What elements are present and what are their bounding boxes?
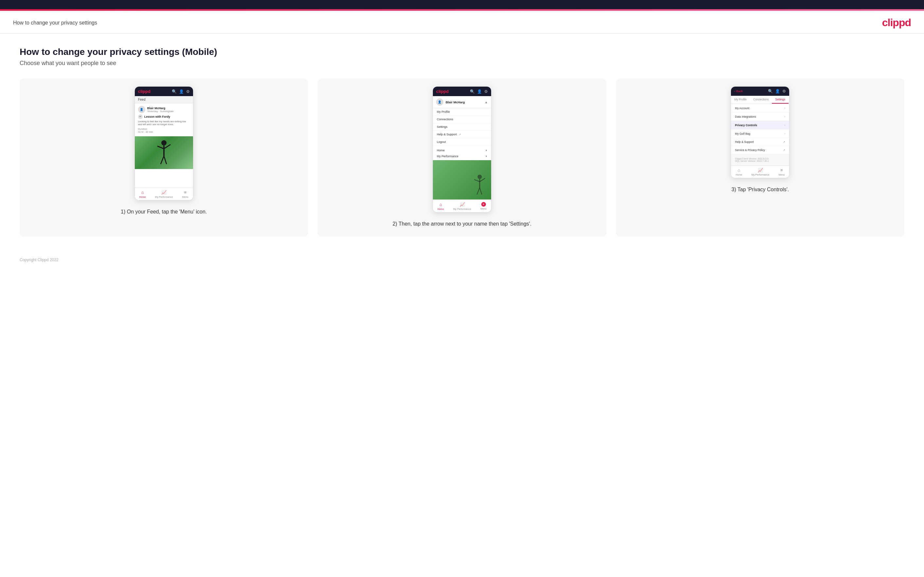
- lesson-title-row: ✏ Lesson with Fordy: [138, 114, 190, 119]
- nav3-home-label: Home: [735, 173, 742, 176]
- phone-2-icons: 🔍 👤 ⚙: [470, 89, 488, 94]
- home-icon-3: ⌂: [738, 168, 740, 172]
- menu-help-support[interactable]: Help & Support ↗: [433, 131, 491, 138]
- settings-help-support[interactable]: Help & Support ↗: [731, 138, 789, 146]
- performance-icon: 📈: [161, 190, 166, 195]
- back-button[interactable]: ‹ Back: [734, 90, 743, 93]
- top-bar: [0, 0, 924, 9]
- svg-line-11: [480, 188, 482, 195]
- menu-settings[interactable]: Settings: [433, 123, 491, 131]
- dropdown-user-row[interactable]: 👤 Blair McHarg ▲: [433, 96, 491, 108]
- nav3-performance-label: My Performance: [751, 173, 769, 176]
- copyright-text: Copyright Clippd 2022: [19, 258, 58, 262]
- menu-logout[interactable]: Logout: [433, 138, 491, 146]
- step-1-caption: 1) On your Feed, tap the 'Menu' icon.: [121, 208, 207, 216]
- settings-icon-2: ⚙: [484, 89, 488, 94]
- nav3-menu[interactable]: ≡ Menu: [779, 168, 785, 176]
- search-icon-3: 🔍: [768, 89, 773, 93]
- feed-user-info: Blair McHarg Yesterday · Sunningdale: [147, 106, 174, 113]
- external-link-icon: ↗: [459, 133, 461, 136]
- svg-line-4: [161, 156, 164, 164]
- nav2-performance-label: My Performance: [453, 208, 471, 211]
- duration: Duration 01 hr : 30 min: [138, 127, 190, 134]
- nav-menu-label: Menu: [182, 195, 189, 198]
- nav-performance-row[interactable]: My Performance ▾: [436, 153, 488, 159]
- tab-connections[interactable]: Connections: [750, 96, 772, 104]
- nav2-menu[interactable]: ✕ Menu: [480, 202, 486, 211]
- expand-icon: ▾: [486, 149, 487, 152]
- nav-home-row[interactable]: Home ▾: [436, 147, 488, 153]
- chevron-icon-3: ›: [784, 123, 785, 127]
- my-golf-bag-label: My Golf Bag: [735, 132, 750, 135]
- version-info: Clippd Client Version: 2022.8.3-3 GQL Se…: [731, 154, 789, 165]
- menu-connections[interactable]: Connections: [433, 116, 491, 123]
- tab-my-profile[interactable]: My Profile: [731, 96, 750, 104]
- settings-list: My Account › Data Integrations › Privacy…: [731, 104, 789, 165]
- dropdown-avatar: 👤: [436, 98, 443, 106]
- svg-point-6: [477, 174, 481, 179]
- bg-golf-image: [433, 160, 491, 200]
- chevron-icon-2: ›: [784, 115, 785, 118]
- duration-label: Duration: [138, 127, 147, 131]
- header-title: How to change your privacy settings: [13, 20, 97, 26]
- lesson-title: Lesson with Fordy: [144, 115, 170, 118]
- duration-value: 01 hr : 30 min: [138, 131, 153, 134]
- feed-user-name: Blair McHarg: [147, 106, 174, 110]
- nav3-home[interactable]: ⌂ Home: [735, 168, 742, 176]
- settings-my-account[interactable]: My Account ›: [731, 104, 789, 113]
- step-1-phone: clippd 🔍 👤 ⚙ Feed 👤 Blair McHarg: [134, 86, 193, 200]
- step-2-phone: clippd 🔍 👤 ⚙ 👤 Blair McHarg: [433, 86, 491, 213]
- nav-home[interactable]: ⌂ Home: [139, 190, 146, 198]
- collapse-icon: ▲: [485, 100, 488, 104]
- service-privacy-label: Service & Privacy Policy: [735, 148, 765, 152]
- golfer-silhouette-2: [472, 173, 488, 200]
- nav2-menu-label: Menu: [480, 207, 486, 210]
- menu-help-support-label: Help & Support: [437, 133, 457, 136]
- settings-icon-3: ⚙: [782, 89, 786, 93]
- svg-line-2: [157, 146, 164, 149]
- nav3-menu-label: Menu: [779, 173, 785, 176]
- data-integrations-label: Data Integrations: [735, 115, 756, 118]
- settings-my-golf-bag[interactable]: My Golf Bag ›: [731, 129, 789, 138]
- nav-performance[interactable]: 📈 My Performance: [155, 190, 173, 198]
- chevron-icon-4: ›: [784, 132, 785, 135]
- feed-user-sub: Yesterday · Sunningdale: [147, 110, 174, 113]
- menu-my-profile[interactable]: My Profile: [433, 108, 491, 116]
- help-support-label: Help & Support: [735, 140, 754, 143]
- phone-2-nav: clippd 🔍 👤 ⚙: [433, 87, 491, 96]
- performance-icon-2: 📈: [460, 202, 465, 207]
- search-icon-2: 🔍: [470, 89, 475, 94]
- performance-icon-3: 📈: [758, 168, 763, 172]
- page-title: How to change your privacy settings (Mob…: [19, 47, 905, 57]
- version-line-2: GQL Server Version: 2022.7.30-1: [735, 160, 785, 162]
- header: How to change your privacy settings clip…: [0, 11, 924, 34]
- back-chevron-icon: ‹: [734, 90, 735, 93]
- nav-menu[interactable]: ≡ Menu: [182, 190, 189, 198]
- nav2-home-label: Home: [438, 208, 444, 211]
- my-account-label: My Account: [735, 106, 749, 110]
- nav2-performance[interactable]: 📈 My Performance: [453, 202, 471, 211]
- expand-icon-2: ▾: [486, 155, 487, 158]
- nav3-performance[interactable]: 📈 My Performance: [751, 168, 769, 176]
- svg-line-8: [474, 179, 480, 182]
- logo: clippd: [882, 17, 911, 29]
- dropdown-user-name: Blair McHarg: [446, 100, 465, 104]
- nav-home-label: Home: [139, 195, 146, 198]
- phone-1-logo: clippd: [138, 89, 150, 94]
- settings-data-integrations[interactable]: Data Integrations ›: [731, 113, 789, 121]
- nav2-home[interactable]: ⌂ Home: [438, 202, 444, 211]
- settings-back-bar: ‹ Back 🔍 👤 ⚙: [731, 87, 789, 96]
- external-icon-2: ↗: [783, 149, 785, 152]
- settings-privacy-controls[interactable]: Privacy Controls ›: [731, 121, 789, 129]
- tab-settings[interactable]: Settings: [772, 96, 788, 104]
- settings-service-privacy[interactable]: Service & Privacy Policy ↗: [731, 146, 789, 154]
- home-icon: ⌂: [141, 190, 144, 195]
- step-3-phone: ‹ Back 🔍 👤 ⚙ My Profile Connections Sett…: [731, 86, 790, 178]
- nav-performance-section-label: My Performance: [437, 155, 459, 158]
- dropdown-menu: 👤 Blair McHarg ▲ My Profile Connections …: [433, 96, 491, 200]
- settings-icon: ⚙: [186, 89, 190, 94]
- user-icon-3: 👤: [775, 89, 780, 93]
- menu-icon: ≡: [184, 190, 186, 195]
- phone-2-body: 👤 Blair McHarg ▲ My Profile Connections …: [433, 96, 491, 200]
- menu-close-btn[interactable]: ✕: [481, 202, 486, 206]
